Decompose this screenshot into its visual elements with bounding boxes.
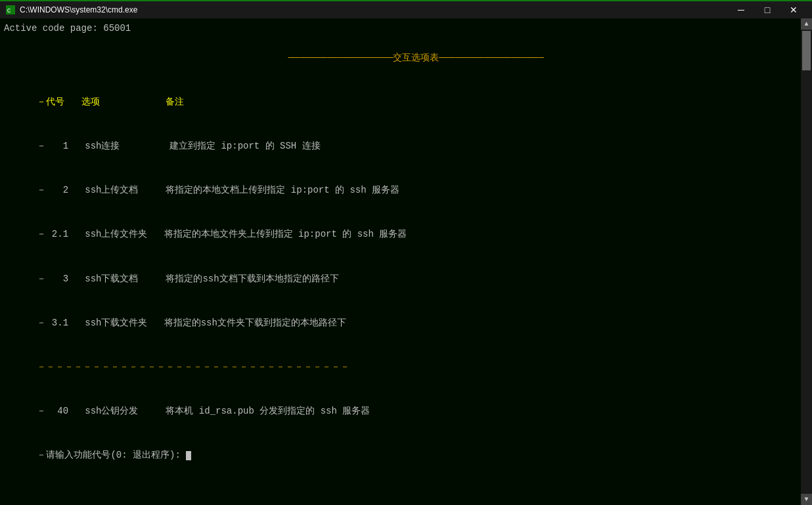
terminal-content: Active code page: 65001 ────────────────… — [4, 21, 808, 477]
scrollbar[interactable]: ▲ ▼ — [801, 18, 812, 505]
row-3-1: － 3.1 ssh下载文件夹 将指定的ssh文件夹下载到指定的本地路径下 — [4, 301, 795, 345]
active-code-line: Active code page: 65001 — [4, 21, 795, 36]
row-2: － 2 ssh上传文档 将指定的本地文档上传到指定 ip:port 的 ssh … — [4, 168, 795, 212]
window-controls: ─ □ ✕ — [728, 1, 807, 19]
maximize-button[interactable]: □ — [754, 1, 780, 19]
header-code: －代号 选项 备注 — [37, 97, 184, 107]
separator-text: －－－－－－－－－－－－－－－－－－－－－－－－－－－－－－－－－－ — [37, 362, 350, 372]
row-2-1-text: － 2.1 ssh上传文件夹 将指定的本地文件夹上传到指定 ip:port 的 … — [37, 229, 407, 239]
separator-line: －－－－－－－－－－－－－－－－－－－－－－－－－－－－－－－－－－ — [4, 345, 795, 389]
prompt-text: －请输入功能代号(0: 退出程序): — [37, 450, 186, 460]
window-title: C:\WINDOWS\system32\cmd.exe — [20, 5, 728, 14]
cursor — [186, 451, 191, 460]
scroll-down-button[interactable]: ▼ — [801, 494, 812, 505]
row-3-text: － 3 ssh下载文档 将指定的ssh文档下载到本地指定的路径下 — [37, 274, 338, 284]
titlebar: C C:\WINDOWS\system32\cmd.exe ─ □ ✕ — [0, 0, 812, 18]
scroll-thumb[interactable] — [802, 31, 811, 70]
menu-title-line: ───────────────────交互选项表────────────────… — [4, 36, 795, 80]
scroll-up-button[interactable]: ▲ — [801, 18, 812, 30]
cmd-icon: C — [5, 5, 16, 15]
menu-title-text: ───────────────────交互选项表────────────────… — [288, 53, 544, 63]
terminal-window[interactable]: Active code page: 65001 ────────────────… — [0, 18, 812, 505]
svg-text:C: C — [7, 7, 11, 14]
row-2-1: － 2.1 ssh上传文件夹 将指定的本地文件夹上传到指定 ip:port 的 … — [4, 212, 795, 256]
row-40-text: － 40 ssh公钥分发 将本机 id_rsa.pub 分发到指定的 ssh 服… — [37, 406, 370, 416]
row-2-text: － 2 ssh上传文档 将指定的本地文档上传到指定 ip:port 的 ssh … — [37, 185, 399, 195]
minimize-button[interactable]: ─ — [728, 1, 754, 19]
row-1: － 1 ssh连接 建立到指定 ip:port 的 SSH 连接 — [4, 124, 795, 168]
row-3-1-text: － 3.1 ssh下载文件夹 将指定的ssh文件夹下载到指定的本地路径下 — [37, 318, 346, 328]
row-40: － 40 ssh公钥分发 将本机 id_rsa.pub 分发到指定的 ssh 服… — [4, 389, 795, 433]
row-1-text: － 1 ssh连接 建立到指定 ip:port 的 SSH 连接 — [37, 141, 320, 151]
table-header: －代号 选项 备注 — [4, 80, 795, 124]
row-3: － 3 ssh下载文档 将指定的ssh文档下载到本地指定的路径下 — [4, 256, 795, 301]
prompt-line[interactable]: －请输入功能代号(0: 退出程序): — [4, 433, 795, 477]
close-button[interactable]: ✕ — [780, 1, 807, 19]
